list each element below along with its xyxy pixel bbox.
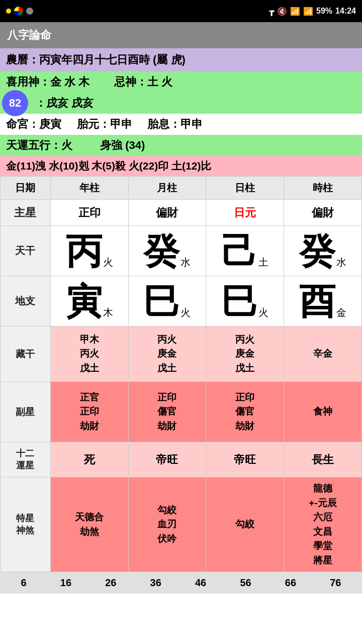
tiangan-month: 癸水 (128, 226, 206, 276)
zanggan-row: 藏干 甲木 丙火 戊土 丙火 庚金 戊土 丙火 庚金 戊土 辛金 (1, 327, 362, 382)
lunar-date-text: 農曆：丙寅年四月十七日酉時 (屬 虎) (6, 53, 186, 66)
yunxing-hour: 長生 (284, 442, 362, 477)
zg-day-2: 戊土 (208, 361, 282, 376)
texing-month: 勾絞 血刃 伏吟 (128, 477, 206, 572)
tg-hour-char: 癸 (299, 233, 335, 269)
bottom-num-4: 46 (195, 577, 206, 589)
yunxing-month: 帝旺 (128, 442, 206, 477)
favorable-gods-text: 喜用神：金 水 木 忌神：土 火 (6, 75, 172, 88)
fx-month-1: 傷官 (131, 405, 204, 419)
fuxing-month: 正印 傷官 劫財 (128, 382, 206, 442)
header-rizhu: 日柱 (206, 177, 284, 200)
fx-year-2: 劫財 (53, 419, 126, 434)
texing-hour: 龍德 +-元辰 六厄 文昌 學堂 將星 (284, 477, 362, 572)
zanggan-day: 丙火 庚金 戊土 (206, 327, 284, 382)
bottom-numbers-row: 6 16 26 36 46 56 66 76 (0, 572, 362, 594)
mute-icon: 🔇 (277, 7, 287, 16)
header-nianzhu: 年柱 (50, 177, 128, 200)
zhuxing-day: 日元 (206, 200, 284, 226)
tx-hour-1: +-元辰 (286, 496, 359, 511)
dz-day-elem: 火 (258, 307, 268, 318)
dz-year-elem: 木 (103, 307, 113, 318)
tx-hour-4: 學堂 (286, 539, 359, 553)
tg-month-char: 癸 (143, 233, 179, 269)
status-bar: ┲ 🔇 📶 📶 59% 14:24 (0, 0, 362, 22)
life-palace-row: 命宮：庚寅 胎元：甲申 胎息：甲申 (0, 114, 362, 135)
status-icons-right: ┲ 🔇 📶 📶 59% 14:24 (269, 7, 356, 16)
texing-row: 特星神煞 天德合 劫煞 勾絞 血刃 伏吟 勾絞 龍德 +-元辰 六厄 文昌 學堂… (1, 477, 362, 572)
zanggan-year: 甲木 丙火 戊土 (50, 327, 128, 382)
lunar-date-row: 農曆：丙寅年四月十七日酉時 (屬 虎) (0, 48, 362, 71)
yunxing-row: 十二運星 死 帝旺 帝旺 長生 (1, 442, 362, 477)
fuxing-row: 副星 正官 正印 劫財 正印 傷官 劫財 正印 傷官 劫財 食神 (1, 382, 362, 442)
status-icons-left (6, 7, 33, 16)
zanggan-month: 丙火 庚金 戊土 (128, 327, 206, 382)
yunxing-label: 十二運星 (1, 442, 51, 477)
elements-row: 金(11)洩 水(10)剋 木(5)殺 火(22)印 土(12)比 (0, 156, 362, 176)
fetal2-text: 胎息：甲申 (147, 118, 203, 130)
tx-month-0: 勾絞 (131, 503, 204, 518)
battery-text: 59% (316, 7, 332, 16)
tx-month-2: 伏吟 (131, 532, 204, 546)
zg-day-0: 丙火 (208, 333, 282, 347)
fetal1-text: 胎元：甲申 (77, 118, 132, 130)
fuxing-day: 正印 傷官 劫財 (206, 382, 284, 442)
title-bar: 八字論命 (0, 22, 362, 48)
tg-year-elem: 火 (103, 257, 113, 268)
zg-hour-0: 辛金 (286, 347, 359, 361)
fx-day-0: 正印 (208, 390, 282, 405)
zhuxing-label: 主星 (1, 200, 51, 226)
zanggan-label: 藏干 (1, 327, 51, 382)
fx-year-0: 正官 (53, 390, 126, 405)
dz-year-char: 寅 (66, 283, 102, 319)
bluetooth-icon: ┲ (269, 7, 274, 16)
gods-row: 喜用神：金 水 木 忌神：土 火 (0, 71, 362, 93)
dizhi-day: 巳火 (206, 276, 284, 327)
yunxing-year: 死 (50, 442, 128, 477)
bottom-num-0: 6 (21, 577, 27, 589)
time-display: 14:24 (335, 7, 356, 16)
fx-year-1: 正印 (53, 405, 126, 419)
zhuxing-month: 偏財 (128, 200, 206, 226)
dz-hour-elem: 金 (336, 307, 346, 318)
tx-day-0: 勾絞 (208, 517, 282, 532)
zanggan-hour: 辛金 (284, 327, 362, 382)
fuxing-hour: 食神 (284, 382, 362, 442)
zhuxing-year: 正印 (50, 200, 128, 226)
bottom-num-3: 36 (150, 577, 161, 589)
dizhi-label: 地支 (1, 276, 51, 327)
dz-month-char: 巳 (143, 283, 179, 319)
zg-month-1: 庚金 (131, 347, 204, 361)
fx-day-1: 傷官 (208, 405, 282, 419)
zhuxing-hour: 偏財 (284, 200, 362, 226)
special-stars-row: 82 ：戌亥 戌亥 (0, 93, 362, 114)
signal-icon: 📶 (303, 7, 313, 16)
tg-month-elem: 水 (180, 257, 191, 268)
fuxing-label: 副星 (1, 382, 51, 442)
tg-day-elem: 土 (258, 257, 268, 268)
zg-year-1: 丙火 (53, 347, 126, 361)
tiangan-year: 丙火 (50, 226, 128, 276)
tg-year-char: 丙 (66, 233, 102, 269)
fx-month-0: 正印 (131, 390, 204, 405)
colorwheel-icon (14, 7, 23, 16)
texing-year: 天德合 劫煞 (50, 477, 128, 572)
tx-hour-5: 將星 (286, 553, 359, 568)
tx-hour-3: 文昌 (286, 525, 359, 539)
zg-year-2: 戊土 (53, 361, 126, 376)
score-badge: 82 (2, 90, 28, 116)
fuxing-year: 正官 正印 劫財 (50, 382, 128, 442)
tx-hour-0: 龍德 (286, 481, 359, 496)
bottom-num-7: 76 (330, 577, 341, 589)
dizhi-year: 寅木 (50, 276, 128, 327)
dz-day-char: 巳 (221, 283, 257, 319)
zg-day-1: 庚金 (208, 347, 282, 361)
tiangan-row: 天干 丙火 癸水 己土 癸水 (1, 226, 362, 276)
header-riqi: 日期 (1, 177, 51, 200)
page-title: 八字論命 (7, 28, 51, 43)
tianyun-text: 天運五行：火 (6, 139, 72, 151)
dizhi-hour: 酉金 (284, 276, 362, 327)
tiangan-day: 己土 (206, 226, 284, 276)
main-table: 日期 年柱 月柱 日柱 時柱 主星 正印 偏財 日元 偏財 天干 丙火 癸水 己… (0, 176, 362, 572)
tx-year-0: 天德合 (53, 510, 126, 525)
